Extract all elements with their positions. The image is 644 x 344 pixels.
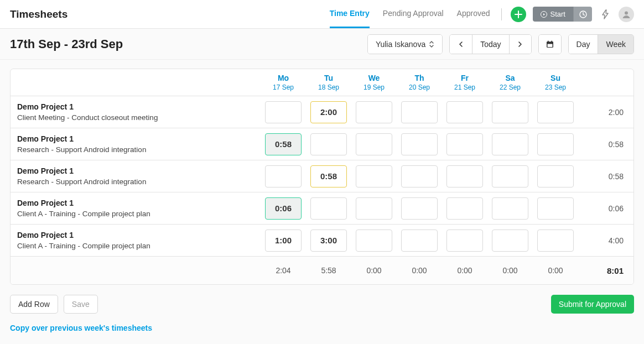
total-header: [578, 69, 633, 96]
footer-actions: Add Row Save Submit for Approval: [10, 295, 634, 314]
time-input[interactable]: [446, 165, 483, 187]
row-total: 0:06: [578, 192, 633, 224]
time-input[interactable]: [446, 197, 483, 220]
time-input[interactable]: [492, 101, 528, 123]
time-input[interactable]: 1:00: [265, 230, 302, 252]
time-input[interactable]: [265, 165, 302, 187]
header-row: Mo17 Sep Tu18 Sep We19 Sep Th20 Sep Fr21…: [11, 69, 633, 96]
time-input[interactable]: [537, 133, 574, 155]
day-header-th: Th20 Sep: [397, 69, 442, 96]
project-name: Demo Project 1: [17, 134, 254, 143]
timesheet-grid: Mo17 Sep Tu18 Sep We19 Sep Th20 Sep Fr21…: [10, 69, 634, 285]
day-cell: [442, 96, 487, 128]
day-cell: [442, 128, 487, 160]
lightning-button[interactable]: [599, 8, 612, 21]
row-total: 0:58: [578, 160, 633, 192]
day-cell: 0:06: [261, 192, 306, 224]
day-cell: [487, 96, 533, 128]
time-input[interactable]: [446, 101, 483, 123]
time-input[interactable]: [401, 230, 438, 252]
start-timer-button[interactable]: Start: [533, 7, 573, 22]
time-input[interactable]: [310, 197, 347, 220]
day-header-sa: Sa22 Sep: [487, 69, 533, 96]
time-input[interactable]: 2:00: [310, 101, 347, 123]
time-input[interactable]: [537, 197, 574, 220]
day-total-tu: 5:58: [306, 257, 351, 284]
time-input[interactable]: [492, 165, 528, 187]
day-cell: [261, 160, 306, 192]
time-input[interactable]: [356, 133, 392, 155]
time-input[interactable]: [401, 197, 438, 220]
day-cell: 0:58: [261, 128, 306, 160]
task-name: Research - Support Android integration: [17, 145, 254, 154]
user-name: Yulia Iskanova: [376, 40, 425, 49]
day-cell: [306, 128, 351, 160]
day-cell: [351, 225, 397, 256]
time-input[interactable]: [537, 101, 574, 123]
copy-previous-link[interactable]: Copy over previous week's timesheets: [10, 324, 634, 332]
time-input[interactable]: [265, 101, 302, 123]
day-total-sa: 0:00: [487, 257, 533, 284]
timer-mode-button[interactable]: [573, 7, 592, 22]
day-cell: 2:00: [306, 96, 351, 128]
time-input[interactable]: [310, 133, 347, 155]
task-cell[interactable]: Demo Project 1Client A - Training - Comp…: [11, 192, 261, 224]
time-input[interactable]: [492, 197, 528, 220]
today-button[interactable]: Today: [472, 35, 508, 54]
time-input[interactable]: [401, 101, 438, 123]
day-cell: [442, 192, 487, 224]
time-input[interactable]: [401, 165, 438, 187]
add-row-button[interactable]: Add Row: [10, 295, 58, 314]
time-input[interactable]: [492, 230, 528, 252]
page-title: Timesheets: [10, 8, 67, 20]
select-chevrons-icon: [429, 40, 434, 48]
task-cell[interactable]: Demo Project 1Client Meeting - Conduct c…: [11, 96, 261, 128]
next-period-button[interactable]: [509, 35, 531, 54]
day-cell: [397, 96, 442, 128]
task-cell[interactable]: Demo Project 1Research - Support Android…: [11, 160, 261, 192]
time-input[interactable]: [356, 101, 392, 123]
avatar[interactable]: [619, 7, 634, 22]
view-toggle: Day Week: [568, 34, 634, 54]
totals-row: 2:04 5:58 0:00 0:00 0:00 0:00 0:00 8:01: [11, 257, 633, 284]
timesheet-row: Demo Project 1Client A - Training - Comp…: [11, 225, 633, 257]
chevron-right-icon: [517, 41, 523, 48]
row-total: 2:00: [578, 96, 633, 128]
time-input[interactable]: 3:00: [310, 230, 347, 252]
time-input[interactable]: [356, 197, 392, 220]
time-input[interactable]: 0:58: [310, 165, 347, 187]
time-input[interactable]: [537, 230, 574, 252]
time-input[interactable]: 0:06: [265, 197, 302, 220]
task-cell[interactable]: Demo Project 1Client A - Training - Comp…: [11, 225, 261, 256]
time-input[interactable]: 0:58: [265, 133, 302, 155]
subbar-right: Yulia Iskanova Today Day Week: [367, 34, 634, 54]
topbar-actions: Start: [511, 7, 634, 22]
project-name: Demo Project 1: [17, 166, 254, 175]
tab-time-entry[interactable]: Time Entry: [330, 0, 370, 28]
tab-approved[interactable]: Approved: [457, 0, 490, 28]
time-input[interactable]: [356, 165, 392, 187]
user-selector[interactable]: Yulia Iskanova: [367, 34, 443, 54]
day-total-su: 0:00: [533, 257, 578, 284]
day-cell: [533, 192, 578, 224]
save-button[interactable]: Save: [64, 295, 98, 314]
time-input[interactable]: [356, 230, 392, 252]
day-cell: [442, 225, 487, 256]
time-input[interactable]: [401, 133, 438, 155]
day-cell: 3:00: [306, 225, 351, 256]
time-input[interactable]: [492, 133, 528, 155]
week-view-button[interactable]: Week: [598, 35, 633, 54]
submit-approval-button[interactable]: Submit for Approval: [551, 295, 634, 314]
time-input[interactable]: [537, 165, 574, 187]
time-input[interactable]: [446, 230, 483, 252]
prev-period-button[interactable]: [450, 35, 472, 54]
add-button[interactable]: [511, 7, 526, 22]
tab-pending-approval[interactable]: Pending Approval: [383, 0, 444, 28]
calendar-button[interactable]: [539, 35, 561, 54]
day-view-button[interactable]: Day: [569, 35, 598, 54]
task-cell[interactable]: Demo Project 1Research - Support Android…: [11, 128, 261, 160]
tabs: Time Entry Pending Approval Approved: [330, 0, 490, 28]
task-name: Client A - Training - Compile project pl…: [17, 210, 254, 218]
date-nav-group: Today: [449, 34, 531, 54]
time-input[interactable]: [446, 133, 483, 155]
